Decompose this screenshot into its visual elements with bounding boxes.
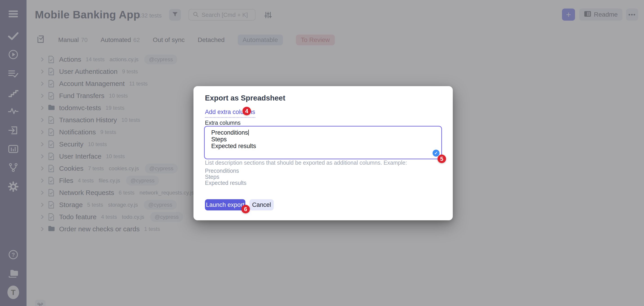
suite-test-count: 7 tests [88,165,104,172]
tests-check-icon[interactable] [8,30,19,42]
suite-file-name: actions.cy.js [110,56,138,63]
suite-test-count: 10 tests [109,93,128,99]
chevron-right-icon[interactable] [39,202,45,208]
avatar-letter: T [11,288,16,297]
tests-count: 132 tests [138,12,162,19]
menu-icon[interactable] [8,8,19,20]
chevron-right-icon[interactable] [39,93,45,99]
chevron-right-icon[interactable] [39,165,45,171]
tab-label: To Review [301,36,330,43]
tab-label: Detached [198,36,225,43]
chevron-right-icon[interactable] [39,153,45,159]
test-file-icon [48,177,55,184]
tab[interactable]: Manual 70 [58,36,88,43]
folder-icon [48,104,55,112]
chevron-right-icon[interactable] [39,57,45,62]
chevron-right-icon[interactable] [39,226,45,232]
search-input[interactable]: Search [Cmd + K] [188,9,256,21]
textarea-line: Steps [211,136,441,143]
funnel-icon [172,11,178,19]
screen: ? T Mobile Banking App 132 tests Se [0,0,644,306]
tour-step-badge-4: 4 [242,107,251,115]
add-button[interactable]: + [562,8,575,21]
test-file-icon [48,80,55,88]
tab-label: Automatable [243,36,278,43]
cancel-button[interactable]: Cancel [250,199,274,210]
suite-file-name: files.cy.js [99,177,120,184]
bar-chart-icon[interactable] [8,143,19,155]
textarea-line: Preconditions [211,129,441,136]
example-line: Expected results [205,180,246,186]
suite-file-name: todo.cy.js [122,214,144,220]
chevron-right-icon[interactable] [39,141,45,147]
suite-file-name: network_requests.cy.js [140,190,194,196]
step-complete-check-icon: ✓ [432,150,440,156]
tab-count: 62 [133,37,140,43]
checklist-icon[interactable] [37,35,45,45]
sliders-icon[interactable] [264,11,272,19]
chevron-right-icon[interactable] [39,129,45,135]
pulse-icon[interactable] [8,105,19,117]
help-icon[interactable]: ? [8,249,19,261]
suite-test-count: 11 tests [129,81,148,87]
folders-icon[interactable] [8,268,19,279]
tab[interactable]: Automatable [238,34,283,45]
more-button[interactable]: ••• [626,8,638,21]
gear-icon[interactable] [8,181,19,192]
chevron-right-icon[interactable] [39,190,45,196]
avatar[interactable]: T [8,287,19,298]
readme-button[interactable]: Readme [579,8,622,21]
test-file-icon [48,189,55,196]
tab[interactable]: To Review [296,34,335,45]
list-check-icon[interactable] [8,68,19,80]
example-line: Preconditions [205,167,239,174]
suite-test-count: 14 tests [86,56,104,63]
suite-name: Account Management [59,80,125,88]
suite-name: Network Requests [59,189,114,196]
suite-row[interactable]: User Authentication 9 tests [39,65,635,78]
example-line: Steps [205,174,219,180]
suite-row[interactable]: Order new checks or cards 1 tests [39,223,635,235]
chevron-right-icon[interactable] [39,178,45,183]
tab[interactable]: Out of sync [153,36,185,43]
filter-button[interactable] [169,9,181,21]
test-file-icon [48,128,55,136]
suite-test-count: 1 tests [144,226,160,232]
chevron-right-icon[interactable] [39,69,45,74]
chevron-right-icon[interactable] [39,117,45,123]
book-icon [584,11,591,19]
tab[interactable]: Automated 62 [101,36,140,43]
suite-name: Order new checks or cards [59,225,140,233]
search-icon [192,11,199,18]
tab-label: Out of sync [153,36,185,43]
test-file-icon [48,141,55,148]
tab-count: 70 [81,37,88,43]
cypress-tag: @cypress [150,212,183,222]
play-circle-icon[interactable] [8,49,19,60]
test-file-icon [48,56,55,63]
svg-text:?: ? [12,252,15,258]
suite-row[interactable]: Actions 14 tests actions.cy.js @cypress [39,53,635,65]
suite-test-count: 5 tests [87,202,103,208]
tab-label: Automated [101,36,131,43]
steps-icon[interactable] [8,87,19,99]
sign-in-icon[interactable] [8,125,19,136]
test-file-icon [48,92,55,100]
suite-name: Todo feature [59,213,96,221]
launch-export-button[interactable]: Launch export [205,199,246,210]
keyboard-shortcuts-button[interactable]: ⌘ [35,300,46,306]
chevron-right-icon[interactable] [39,105,45,111]
git-branch-icon[interactable] [8,161,19,173]
tab[interactable]: Detached [198,36,225,43]
suite-test-count: 9 tests [100,129,116,135]
suite-name: Security [59,141,83,148]
suite-file-name: storage.cy.js [108,202,138,208]
suite-test-count: 10 tests [106,153,125,159]
suite-name: User Authentication [59,68,118,75]
tour-step-badge-5: 5 [438,154,446,163]
chevron-right-icon[interactable] [39,214,45,220]
chevron-right-icon[interactable] [39,81,45,87]
cypress-tag: @cypress [126,176,159,185]
extra-columns-label: Extra columns [205,120,240,126]
extra-columns-textarea[interactable]: Preconditions Steps Expected results [204,126,442,159]
